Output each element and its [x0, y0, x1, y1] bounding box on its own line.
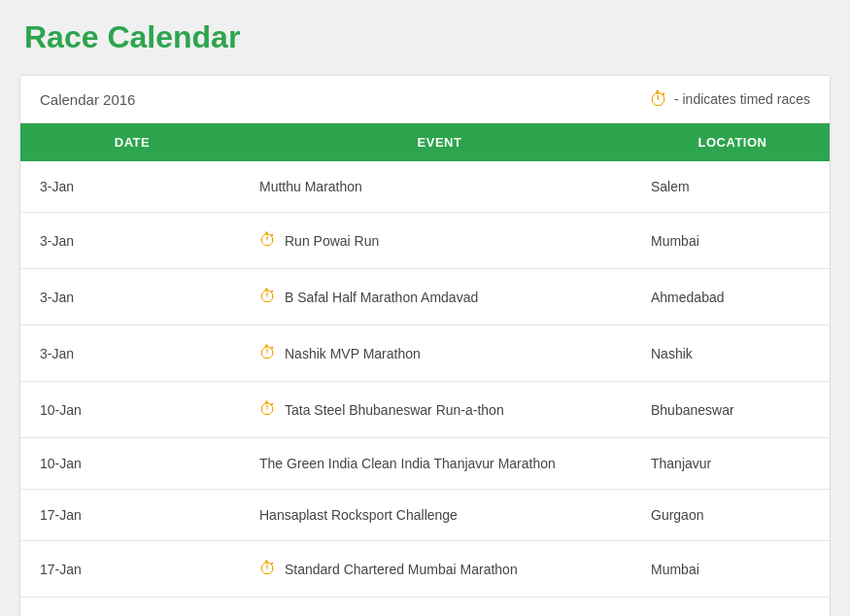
timer-icon: ⏱ — [259, 343, 277, 363]
date-cell: 3-Jan — [20, 213, 244, 268]
event-cell: ⏱B Safal Half Marathon Amdavad — [244, 269, 635, 325]
table-header: DATE EVENT LOCATION — [20, 123, 830, 161]
event-cell: ⏱Run Powai Run — [244, 213, 635, 268]
timed-indicator: ⏱ - indicates timed races — [649, 89, 810, 109]
timer-icon: ⏱ — [259, 230, 277, 251]
event-name: Hansaplast Rocksport Challenge — [259, 507, 458, 523]
table-row: 24-JanGo Heritage Run - HampiHampi — [20, 598, 830, 616]
event-cell: Mutthu Marathon — [244, 161, 635, 212]
table-row: 17-JanHansaplast Rocksport ChallengeGurg… — [20, 490, 830, 541]
date-cell: 3-Jan — [20, 325, 244, 381]
event-cell: ⏱Standard Chartered Mumbai Marathon — [244, 541, 635, 597]
location-cell: Bhubaneswar — [635, 382, 830, 437]
event-name: The Green India Clean India Thanjavur Ma… — [259, 456, 556, 471]
timer-icon: ⏱ — [259, 399, 277, 420]
location-cell: Mumbai — [635, 213, 830, 268]
table-row: 3-Jan⏱Nashik MVP MarathonNashik — [20, 325, 830, 382]
location-cell: Thanjavur — [635, 438, 830, 489]
timed-indicator-text: - indicates timed races — [674, 91, 810, 107]
date-cell: 10-Jan — [20, 382, 244, 437]
calendar-year-label: Calendar 2016 — [40, 91, 135, 108]
table-body: 3-JanMutthu MarathonSalem3-Jan⏱Run Powai… — [20, 161, 830, 616]
date-cell: 17-Jan — [20, 541, 244, 597]
event-cell: ⏱Tata Steel Bhubaneswar Run-a-thon — [244, 382, 635, 437]
col-header-date: DATE — [20, 123, 244, 161]
table-row: 10-JanThe Green India Clean India Thanja… — [20, 438, 830, 490]
event-name: Standard Chartered Mumbai Marathon — [285, 562, 518, 577]
location-cell: Gurgaon — [635, 490, 830, 540]
location-cell: Nashik — [635, 325, 830, 381]
table-row: 3-JanMutthu MarathonSalem — [20, 161, 830, 213]
event-cell: ⏱Nashik MVP Marathon — [244, 325, 635, 381]
event-cell: Hansaplast Rocksport Challenge — [244, 490, 635, 540]
calendar-header-row: Calendar 2016 ⏱ - indicates timed races — [20, 76, 830, 123]
page-title: Race Calendar — [19, 19, 831, 55]
table-row: 10-Jan⏱Tata Steel Bhubaneswar Run-a-thon… — [20, 382, 830, 438]
col-header-location: LOCATION — [635, 123, 830, 161]
table-row: 17-Jan⏱Standard Chartered Mumbai Maratho… — [20, 541, 830, 598]
timer-legend-icon: ⏱ — [649, 89, 668, 109]
table-row: 3-Jan⏱B Safal Half Marathon AmdavadAhmed… — [20, 269, 830, 325]
event-cell: Go Heritage Run - Hampi — [244, 598, 635, 616]
location-cell: Ahmedabad — [635, 269, 830, 325]
timer-icon: ⏱ — [259, 559, 277, 579]
table-row: 3-Jan⏱Run Powai RunMumbai — [20, 213, 830, 269]
location-cell: Mumbai — [635, 541, 830, 597]
location-cell: Salem — [635, 161, 830, 212]
calendar-container: Calendar 2016 ⏱ - indicates timed races … — [19, 75, 831, 616]
event-name: Run Powai Run — [285, 233, 379, 249]
timer-icon: ⏱ — [259, 287, 277, 307]
location-cell: Hampi — [635, 598, 830, 616]
date-cell: 3-Jan — [20, 161, 244, 212]
date-cell: 17-Jan — [20, 490, 244, 540]
date-cell: 3-Jan — [20, 269, 244, 325]
event-name: Mutthu Marathon — [259, 179, 362, 194]
date-cell: 24-Jan — [20, 598, 244, 616]
date-cell: 10-Jan — [20, 438, 244, 489]
event-cell: The Green India Clean India Thanjavur Ma… — [244, 438, 635, 489]
event-name: B Safal Half Marathon Amdavad — [285, 290, 478, 305]
event-name: Nashik MVP Marathon — [285, 346, 421, 361]
event-name: Tata Steel Bhubaneswar Run-a-thon — [285, 402, 504, 418]
col-header-event: EVENT — [244, 123, 635, 161]
